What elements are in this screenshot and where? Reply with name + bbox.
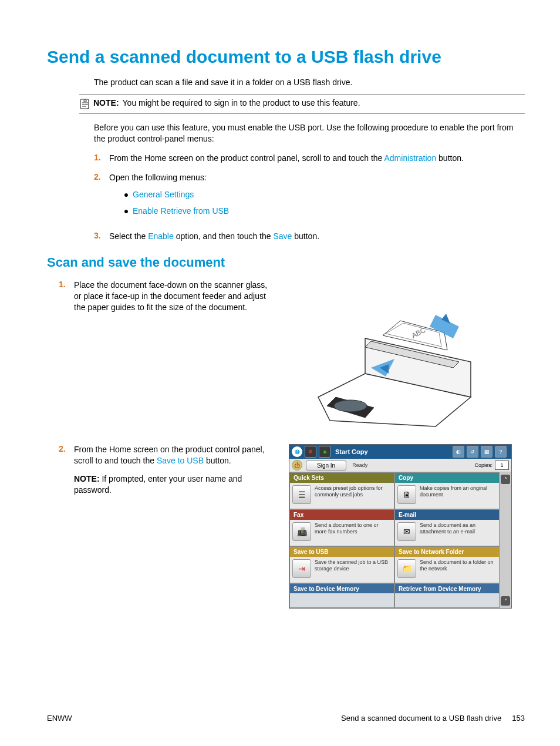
tile-retrieve-device-memory[interactable]: Retrieve from Device Memory xyxy=(394,583,500,608)
page-number: 153 xyxy=(512,714,525,723)
panel-titlebar: ⑩ ✖ ◈ Start Copy ◐ ↺ ▦ ? xyxy=(289,445,511,459)
step-number: 1. xyxy=(59,280,74,313)
tile-text: Save the scanned job to a USB storage de… xyxy=(315,559,392,580)
text: Place the document face-down on the scan… xyxy=(74,280,276,313)
ui-ref-general-settings: General Settings xyxy=(133,189,194,200)
tile-save-network[interactable]: Save to Network Folder 📁Send a document … xyxy=(394,546,500,583)
bullet-item: ●Enable Retrieve from USB xyxy=(120,206,525,217)
panel-statusbar: ⏻ Sign In Ready Copies: 1 xyxy=(289,459,511,472)
scrollbar[interactable]: ˄ ˅ xyxy=(500,472,511,608)
tile-text: Send a document to one or more fax numbe… xyxy=(315,522,392,543)
tile-header: Copy xyxy=(395,473,499,483)
tile-text: Send a document as an attachment to an e… xyxy=(420,522,497,543)
tile-header: Save to Device Memory xyxy=(290,584,394,593)
tile-text: Make copies from an original document xyxy=(420,485,497,506)
email-icon: ✉ xyxy=(397,522,416,541)
tile-header: Fax xyxy=(290,510,394,520)
inline-note-label: NOTE: xyxy=(74,474,100,483)
text: button. xyxy=(292,231,319,241)
tile-email[interactable]: E-mail ✉Send a document as an attachment… xyxy=(394,509,500,546)
text: button. xyxy=(204,456,231,465)
sign-in-button[interactable]: Sign In xyxy=(306,461,346,471)
note-text: You might be required to sign in to the … xyxy=(123,98,360,107)
tile-fax[interactable]: Fax 📠Send a document to one or more fax … xyxy=(289,509,394,546)
help-button[interactable]: ? xyxy=(495,446,507,458)
tile-header: Save to USB xyxy=(290,547,394,557)
list-item: 2. From the Home screen on the product c… xyxy=(59,444,276,496)
tile-header: Save to Network Folder xyxy=(395,547,499,557)
tile-save-device-memory[interactable]: Save to Device Memory xyxy=(289,583,394,608)
text: Select the xyxy=(109,231,148,241)
step-number: 3. xyxy=(94,231,109,242)
step-row-2: 2. From the Home screen on the product c… xyxy=(47,444,525,609)
preset-icon: ☰ xyxy=(292,485,311,504)
copies-label: Copies: xyxy=(474,462,492,468)
pre-paragraph: Before you can use this feature, you mus… xyxy=(94,122,525,145)
ui-ref-enable-retrieve-usb: Enable Retrieve from USB xyxy=(133,206,229,217)
tile-text: Access preset job options for commonly u… xyxy=(315,485,392,506)
footer-title: Send a scanned document to a USB flash d… xyxy=(341,714,501,723)
list-item: 2. Open the following menus: ●General Se… xyxy=(94,172,525,223)
tile-save-to-usb[interactable]: Save to USB ⇥Save the scanned job to a U… xyxy=(289,546,394,583)
control-panel-screenshot: ⑩ ✖ ◈ Start Copy ◐ ↺ ▦ ? ⏻ Sign In Ready xyxy=(289,444,512,609)
hp-logo-icon: ⑩ xyxy=(292,446,302,457)
note-label: NOTE: xyxy=(93,98,119,107)
tile-header: E-mail xyxy=(395,510,499,520)
tile-header: Retrieve from Device Memory xyxy=(395,584,499,593)
tile-text: Send a document to a folder on the netwo… xyxy=(420,559,497,580)
text: Open the following menus: xyxy=(109,173,207,182)
text: option, and then touch the xyxy=(174,231,274,241)
step-number: 2. xyxy=(94,172,109,223)
enable-steps-list: 1. From the Home screen on the product c… xyxy=(94,153,525,242)
scroll-up-icon[interactable]: ˄ xyxy=(501,475,510,484)
document-page: Send a scanned document to a USB flash d… xyxy=(0,0,560,746)
usb-icon: ⇥ xyxy=(292,559,311,578)
toolbar-button[interactable]: ▦ xyxy=(481,446,492,458)
fax-icon: 📠 xyxy=(292,522,311,541)
footer-left: ENWW xyxy=(47,714,72,723)
bullet-icon: ● xyxy=(120,206,133,217)
copy-icon: 🗎 xyxy=(397,485,416,504)
printer-illustration: ABC xyxy=(295,280,506,432)
folder-icon: 📁 xyxy=(397,559,416,578)
toolbar-button[interactable]: ↺ xyxy=(467,446,478,458)
text: From the Home screen on the product cont… xyxy=(109,153,384,163)
step-row-1: 1. Place the document face-down on the s… xyxy=(47,280,525,432)
note-icon xyxy=(79,98,91,110)
svg-point-1 xyxy=(334,400,367,412)
note-callout: NOTE: You might be required to sign in t… xyxy=(79,94,525,114)
page-title: Send a scanned document to a USB flash d… xyxy=(47,47,525,67)
tile-quick-sets[interactable]: Quick Sets ☰Access preset job options fo… xyxy=(289,472,394,509)
intro-text: The product can scan a file and save it … xyxy=(94,78,525,87)
power-icon[interactable]: ⏻ xyxy=(292,460,302,471)
section-heading: Scan and save the document xyxy=(47,255,525,270)
step-number: 2. xyxy=(59,444,74,496)
svg-rect-0 xyxy=(80,99,89,109)
ui-ref-save-to-usb: Save to USB xyxy=(157,456,204,465)
ui-ref-save: Save xyxy=(273,231,292,241)
ui-ref-enable: Enable xyxy=(148,231,174,241)
bullet-icon: ● xyxy=(120,189,133,200)
start-button[interactable]: ◈ xyxy=(319,446,330,458)
list-item: 1. Place the document face-down on the s… xyxy=(59,280,276,313)
copies-field[interactable]: 1 xyxy=(495,461,509,470)
status-ready: Ready xyxy=(352,462,367,468)
step-number: 1. xyxy=(94,153,109,164)
tile-header: Quick Sets xyxy=(290,473,394,483)
toolbar-button[interactable]: ◐ xyxy=(453,446,464,458)
tile-copy[interactable]: Copy 🗎Make copies from an original docum… xyxy=(394,472,500,509)
start-copy-label: Start Copy xyxy=(335,448,368,455)
list-item: 1. From the Home screen on the product c… xyxy=(94,153,525,164)
stop-button[interactable]: ✖ xyxy=(305,446,316,458)
scroll-down-icon[interactable]: ˅ xyxy=(501,596,510,606)
text: button. xyxy=(436,153,464,163)
page-footer: ENWW Send a scanned document to a USB fl… xyxy=(47,714,525,723)
ui-ref-administration: Administration xyxy=(384,153,436,163)
bullet-item: ●General Settings xyxy=(120,189,525,200)
list-item: 3. Select the Enable option, and then to… xyxy=(94,231,525,242)
